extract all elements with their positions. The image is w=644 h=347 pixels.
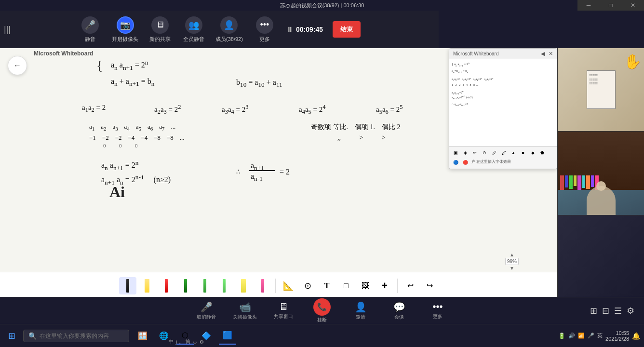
back-button[interactable]: ←	[8, 56, 27, 75]
pt11[interactable]: 🔵	[451, 158, 460, 167]
sidebar-toggle-icon[interactable]: |||	[4, 25, 11, 35]
minimize-btn[interactable]: ─	[577, 0, 600, 11]
whiteboard[interactable]: ← Microsoft Whiteboard { an an+1 = 2n an…	[0, 48, 557, 299]
simp-icon[interactable]: 简	[186, 338, 190, 345]
eq4d: a4a5 = 24	[299, 104, 326, 116]
clock: 10:55 2021/2/28	[605, 330, 629, 342]
settings-gear-icon[interactable]: ⚙	[627, 306, 634, 316]
text-tool[interactable]: T	[318, 277, 335, 294]
pt1[interactable]: ▣	[451, 148, 460, 157]
toolbar-divider1	[275, 279, 276, 293]
pause-icon[interactable]: ⏸	[286, 26, 293, 33]
ime-toggle[interactable]: )	[175, 339, 177, 345]
footer-more-icon: •••	[432, 301, 443, 312]
fraction-divider	[249, 170, 275, 171]
wb-toolbar: 📐 ⊙ T □ 🖼 + ↩ ↪ ▲ 99% ▼	[0, 272, 557, 299]
tile-view-icon[interactable]: ⊟	[602, 306, 609, 316]
footer-video-btn[interactable]: 📹 关闭摄像头	[233, 301, 257, 320]
system-bar: 苏杰起的视频会议(38/92) | 00:06:30 ─ □ ✕	[0, 0, 644, 11]
pt6[interactable]: 🖊	[499, 148, 508, 157]
wb-preview-nav-left[interactable]: ◀	[541, 51, 545, 57]
rect-tool[interactable]: □	[337, 277, 355, 294]
pen-yellow2-tool[interactable]	[235, 277, 252, 294]
zoom-controls: ▲ 99% ▼	[505, 252, 519, 271]
add-tool[interactable]: +	[376, 277, 393, 294]
footer-chat-btn[interactable]: 💬 会谈	[387, 301, 411, 320]
members-btn[interactable]: 👤 成员(38/92)	[215, 16, 243, 43]
mute-btn[interactable]: 🎤 静音	[78, 16, 102, 43]
eq5: an an+1 = 2n	[101, 159, 138, 172]
pt5[interactable]: 🖊	[490, 148, 498, 157]
zoom-down-btn[interactable]: ▼	[510, 266, 514, 271]
right-video-panel: ≡≡≡≡≡≡≡≡≡≡≡≡≡≡≡ ✋	[557, 48, 644, 299]
footer-more-btn[interactable]: ••• 更多	[426, 301, 450, 320]
lang-indicator[interactable]: 英	[597, 332, 603, 339]
pen-black-tool[interactable]	[119, 277, 136, 294]
redo-tool[interactable]: ↪	[421, 277, 438, 294]
search-input[interactable]	[40, 333, 124, 339]
eq3: b10 = a10 + a11	[236, 78, 282, 89]
pt12[interactable]: 🔴	[461, 158, 470, 167]
volume-icon[interactable]: 🔊	[568, 333, 575, 339]
lasso-tool[interactable]: ⊙	[299, 277, 316, 294]
pen-green2-tool[interactable]	[196, 277, 214, 294]
wb-preview-toolbar: ▣ ◈ ✏ ⊙ 🖊 🖊 ▲ ■ ◆ ⬟ 🔵 🔴 户 在这里输入字体效果	[449, 146, 557, 169]
members-label: 成员(38/92)	[215, 36, 243, 43]
footer-audio-icon: 🎤	[201, 301, 213, 313]
pen-yellow-tool[interactable]	[138, 277, 156, 294]
pt2[interactable]: ◈	[461, 148, 470, 157]
pt7[interactable]: ▲	[509, 148, 518, 157]
grid-view-icon[interactable]: ⊞	[590, 306, 597, 316]
pt3[interactable]: ✏	[470, 148, 479, 157]
taskbar-app-windows[interactable]: 🪟	[134, 327, 151, 345]
eq4a: a1a2 = 2	[82, 104, 106, 114]
zoom-up-btn[interactable]: ▲	[510, 252, 514, 257]
mute-all-icon: 👥	[185, 16, 202, 34]
timer-display: ⏸ 00:09:45	[286, 26, 323, 33]
ruler-tool[interactable]: 📐	[280, 277, 297, 294]
pt9[interactable]: ◆	[528, 148, 537, 157]
video-tile-1: ≡≡≡≡≡≡≡≡≡≡≡≡≡≡≡ ✋	[558, 48, 644, 132]
pt10[interactable]: ⬟	[538, 148, 547, 157]
zoom-percent[interactable]: 99%	[505, 258, 519, 265]
mute-label: 静音	[85, 36, 95, 43]
footer-audio-btn[interactable]: 🎤 取消静音	[194, 301, 218, 320]
share-btn[interactable]: 🖥 新的共享	[148, 16, 172, 43]
eq1: an an+1 = 2n	[111, 59, 148, 72]
pen-green1-tool[interactable]	[177, 277, 194, 294]
footer-more-label: 更多	[433, 313, 443, 320]
pt8[interactable]: ■	[519, 148, 527, 157]
more-btn[interactable]: ••• 更多	[253, 16, 277, 43]
punctuation-icon[interactable]: 。	[179, 338, 184, 345]
wb-preview-panel: Microsoft Whiteboard ◀ ✕ { an an+1 = 2n …	[449, 48, 557, 169]
footer-invite-btn[interactable]: 👤 邀请	[349, 301, 373, 320]
more-icon: •••	[256, 16, 273, 34]
image-tool[interactable]: 🖼	[357, 277, 374, 294]
settings-icon-small[interactable]: ⚙	[200, 339, 204, 345]
book-icon: ≡≡≡≡≡≡≡≡≡≡≡≡≡≡≡	[587, 70, 616, 109]
end-meeting-btn[interactable]: 结束	[333, 21, 361, 38]
footer-hangup-btn[interactable]: 📞 挂断	[310, 298, 334, 323]
wb-preview-close[interactable]: ✕	[549, 51, 553, 57]
search-box[interactable]: 🔍	[23, 330, 129, 342]
start-btn[interactable]: ⊞	[4, 328, 19, 344]
ime-icon[interactable]: 中	[169, 338, 174, 345]
more-label: 更多	[259, 36, 270, 43]
pt4[interactable]: ⊙	[480, 148, 489, 157]
pen-red-tool[interactable]	[158, 277, 175, 294]
pen-green3-tool[interactable]	[215, 277, 233, 294]
camera-btn[interactable]: 📷 开启摄像头	[112, 16, 138, 43]
close-btn[interactable]: ✕	[622, 0, 644, 11]
network-icon[interactable]: 📶	[578, 333, 585, 339]
content-area: ← Microsoft Whiteboard { an an+1 = 2n an…	[0, 48, 644, 299]
members-icon: 👤	[220, 16, 238, 34]
maximize-btn[interactable]: □	[600, 0, 622, 11]
notification-icon[interactable]: 🔔	[632, 332, 640, 340]
emoji-icon[interactable]: ☺	[192, 339, 197, 345]
pen-pink-tool[interactable]	[254, 277, 271, 294]
list-view-icon[interactable]: ☰	[614, 306, 622, 316]
footer-share-btn[interactable]: 🖥 共享窗口	[271, 301, 295, 320]
mute-all-btn[interactable]: 👥 全员静音	[182, 16, 206, 43]
taskbar-app-teams[interactable]: 🟦	[219, 327, 236, 345]
undo-tool[interactable]: ↩	[402, 277, 419, 294]
